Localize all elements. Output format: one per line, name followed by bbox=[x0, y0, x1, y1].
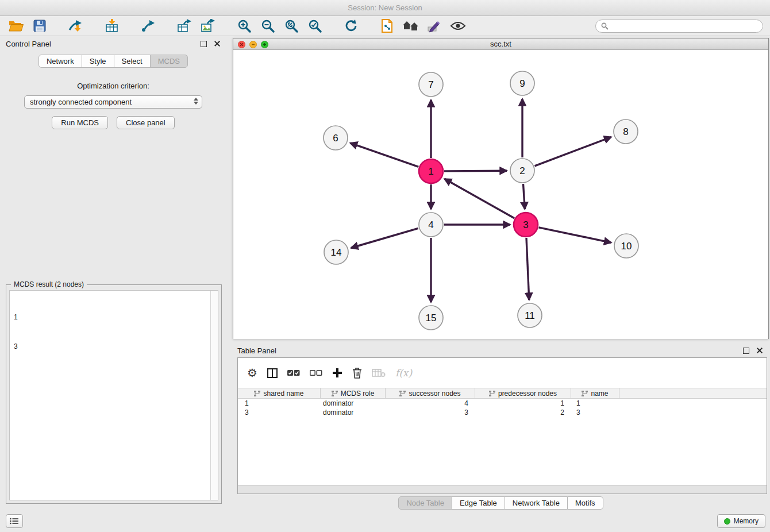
open-folder-icon[interactable] bbox=[7, 17, 25, 34]
import-table-icon[interactable] bbox=[103, 17, 121, 34]
control-panel-header: Control Panel bbox=[0, 36, 226, 51]
eye-icon[interactable] bbox=[449, 17, 467, 34]
column-header[interactable]: name bbox=[571, 388, 619, 398]
column-header[interactable]: shared name bbox=[238, 388, 321, 398]
annotation-pen-icon[interactable] bbox=[425, 17, 444, 34]
float-panel-icon[interactable] bbox=[201, 41, 207, 47]
table-panel-body: ⚙ f(x) shared name MCDS role bbox=[237, 357, 767, 494]
save-icon[interactable] bbox=[30, 17, 49, 34]
zoom-fit-icon[interactable] bbox=[282, 17, 301, 34]
zoom-selected-icon[interactable] bbox=[306, 17, 324, 34]
search-input[interactable] bbox=[612, 22, 757, 30]
tab-motifs[interactable]: Motifs bbox=[567, 496, 603, 510]
tab-node-table[interactable]: Node Table bbox=[398, 496, 452, 510]
network-window: scc.txt 7968124314101511 bbox=[233, 38, 769, 339]
memory-status-icon bbox=[724, 518, 730, 525]
zoom-window-icon[interactable] bbox=[261, 41, 268, 48]
tab-style[interactable]: Style bbox=[82, 55, 114, 68]
control-panel-title: Control Panel bbox=[6, 40, 51, 48]
column-type-icon bbox=[332, 391, 338, 396]
table-row[interactable]: 1 dominator 4 1 1 bbox=[238, 399, 767, 408]
svg-text:15: 15 bbox=[426, 313, 437, 323]
mcds-result-line: 3 bbox=[14, 342, 214, 352]
svg-text:10: 10 bbox=[621, 241, 632, 252]
show-columns-icon[interactable] bbox=[267, 368, 278, 378]
criterion-dropdown[interactable]: strongly connected component bbox=[24, 95, 202, 109]
cell-mcds-role[interactable]: dominator bbox=[321, 399, 386, 408]
table-panel: Table Panel ⚙ f(x) bbox=[233, 343, 769, 511]
network-graph[interactable]: 7968124314101511 bbox=[233, 51, 768, 339]
mcds-result-area[interactable]: 1 3 bbox=[9, 290, 218, 500]
close-panel-button[interactable]: Close panel bbox=[117, 116, 175, 129]
svg-text:3: 3 bbox=[523, 219, 528, 230]
export-network-icon[interactable] bbox=[139, 17, 157, 34]
memory-label: Memory bbox=[734, 517, 759, 525]
delete-column-icon[interactable] bbox=[352, 367, 362, 379]
cell-predecessor-nodes[interactable]: 2 bbox=[475, 408, 571, 417]
task-history-button[interactable] bbox=[6, 514, 23, 528]
cell-successor-nodes[interactable]: 4 bbox=[386, 399, 475, 408]
window-title: Session: New Session bbox=[348, 3, 422, 12]
export-table-icon[interactable] bbox=[175, 17, 194, 34]
zoom-out-icon[interactable] bbox=[259, 17, 277, 34]
close-panel-icon[interactable] bbox=[214, 40, 221, 47]
export-image-icon[interactable] bbox=[199, 17, 217, 34]
close-window-icon[interactable] bbox=[238, 41, 245, 48]
control-panel-tabs: Network Style Select MCDS bbox=[0, 55, 226, 68]
network-window-titlebar[interactable]: scc.txt bbox=[233, 38, 768, 50]
delete-table-icon bbox=[372, 368, 386, 377]
import-network-icon[interactable] bbox=[67, 17, 85, 34]
tab-mcds[interactable]: MCDS bbox=[150, 55, 188, 68]
window-titlebar: Session: New Session bbox=[0, 0, 770, 16]
status-bar: Memory bbox=[0, 511, 770, 532]
column-type-icon bbox=[254, 391, 260, 396]
cell-shared-name[interactable]: 1 bbox=[238, 399, 321, 408]
search-field[interactable] bbox=[595, 20, 763, 33]
column-header[interactable]: successor nodes bbox=[386, 388, 475, 398]
cell-successor-nodes[interactable]: 3 bbox=[386, 408, 475, 417]
table-row[interactable]: 3 dominator 3 2 3 bbox=[238, 408, 767, 417]
cell-shared-name[interactable]: 3 bbox=[238, 408, 321, 417]
column-type-icon bbox=[489, 391, 495, 396]
svg-text:7: 7 bbox=[428, 79, 433, 90]
first-neighbors-icon[interactable] bbox=[402, 17, 420, 34]
network-canvas[interactable]: 7968124314101511 bbox=[233, 51, 768, 339]
column-header[interactable]: MCDS role bbox=[321, 388, 386, 398]
tab-select[interactable]: Select bbox=[114, 55, 151, 68]
cell-predecessor-nodes[interactable]: 1 bbox=[475, 399, 571, 408]
cell-name[interactable]: 1 bbox=[571, 399, 619, 408]
table-horizontal-scrollbar[interactable] bbox=[238, 485, 767, 494]
cell-mcds-role[interactable]: dominator bbox=[321, 408, 386, 417]
function-builder-icon: f(x) bbox=[395, 367, 412, 379]
cell-name[interactable]: 3 bbox=[571, 408, 619, 417]
float-table-panel-icon[interactable] bbox=[743, 348, 749, 354]
table-toolbar: ⚙ f(x) bbox=[238, 358, 767, 388]
result-scrollbar[interactable] bbox=[210, 291, 218, 500]
mcds-result-title: MCDS result (2 nodes) bbox=[11, 280, 87, 288]
minimize-window-icon[interactable] bbox=[249, 41, 257, 48]
table-tabs: Node Table Edge Table Network Table Moti… bbox=[233, 496, 769, 510]
close-table-panel-icon[interactable] bbox=[756, 347, 763, 354]
optimization-criterion-label: Optimization criterion: bbox=[0, 82, 226, 90]
table-settings-gear-icon[interactable]: ⚙ bbox=[247, 367, 257, 379]
deselect-all-icon[interactable] bbox=[310, 369, 322, 377]
svg-text:1: 1 bbox=[428, 166, 433, 177]
snapshot-icon[interactable] bbox=[378, 17, 396, 34]
tab-edge-table[interactable]: Edge Table bbox=[452, 496, 505, 510]
svg-text:6: 6 bbox=[333, 133, 338, 144]
svg-text:9: 9 bbox=[519, 78, 525, 89]
table-header-row: shared name MCDS role successor nodes pr… bbox=[238, 388, 767, 399]
refresh-icon[interactable] bbox=[342, 17, 360, 34]
column-header[interactable]: predecessor nodes bbox=[475, 388, 571, 398]
zoom-in-icon[interactable] bbox=[235, 17, 253, 34]
svg-text:2: 2 bbox=[519, 165, 525, 176]
run-mcds-button[interactable]: Run MCDS bbox=[52, 116, 108, 129]
add-column-icon[interactable] bbox=[332, 368, 342, 378]
tab-network-table[interactable]: Network Table bbox=[505, 496, 568, 510]
column-type-icon bbox=[582, 391, 588, 396]
memory-button[interactable]: Memory bbox=[717, 514, 765, 528]
mcds-result-line: 1 bbox=[14, 313, 214, 322]
control-panel: Control Panel Network Style Select MCDS … bbox=[0, 36, 226, 510]
select-all-icon[interactable] bbox=[287, 369, 300, 377]
tab-network[interactable]: Network bbox=[38, 55, 82, 68]
